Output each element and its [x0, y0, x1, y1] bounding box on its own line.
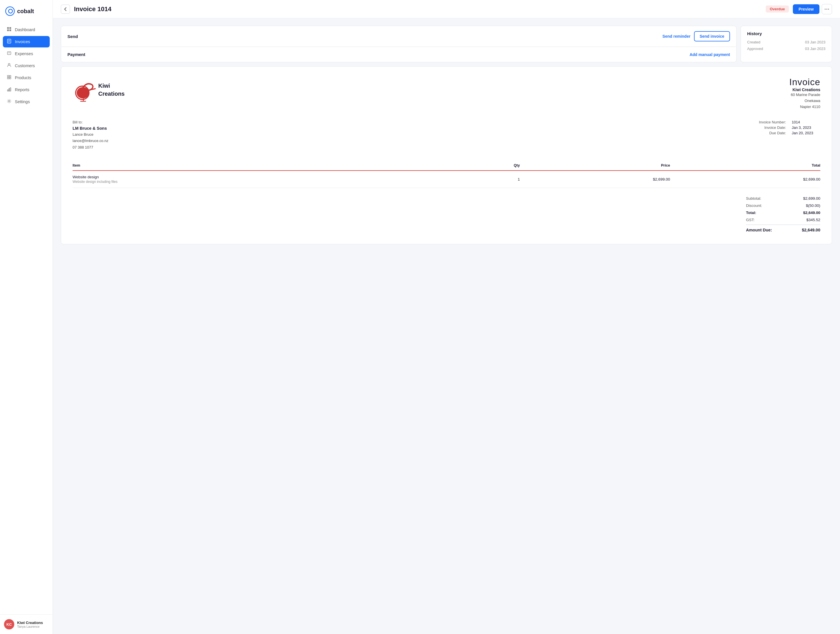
send-label: Send: [68, 34, 82, 39]
invoice-document: KiwiCreations Invoice Kiwi Creations 60 …: [61, 66, 832, 244]
send-payment-cards: Send Send reminder Send invoice Payment …: [61, 26, 737, 62]
payment-label: Payment: [68, 52, 684, 57]
sidebar-item-label: Invoices: [15, 39, 30, 44]
back-button[interactable]: [61, 5, 70, 14]
customers-icon: [6, 63, 12, 69]
svg-rect-18: [10, 88, 11, 91]
sidebar-item-invoices[interactable]: Invoices: [3, 36, 50, 47]
invoice-company-name-logo: KiwiCreations: [98, 82, 125, 98]
item-name-cell: Website design Website design including …: [73, 170, 466, 188]
svg-point-11: [8, 63, 10, 65]
sidebar-item-label: Expenses: [15, 51, 33, 56]
subtotal-row: Subtotal: $2,699.00: [746, 195, 820, 202]
invoice-title-block: Invoice Kiwi Creations 60 Marine Parade …: [789, 77, 820, 110]
invoice-supplier-address: 60 Marine Parade Onekawa Napier 4110: [789, 92, 820, 110]
invoice-due-value: Jan 20, 2023: [792, 131, 820, 135]
svg-rect-1: [7, 27, 9, 29]
invoice-date-value: Jan 3, 2023: [792, 125, 820, 130]
footer-company: Kiwi Creations: [17, 621, 43, 625]
gst-value: $345.52: [794, 218, 820, 222]
sidebar-item-label: Customers: [15, 63, 35, 68]
send-reminder-button[interactable]: Send reminder: [663, 34, 691, 39]
products-icon: [6, 75, 12, 80]
settings-icon: [6, 99, 12, 104]
svg-rect-9: [8, 52, 11, 55]
sidebar-footer: KC Kiwi Creations Tanya Laurence: [0, 614, 52, 634]
sidebar-item-label: Dashboard: [15, 27, 35, 32]
sidebar: cobalt Dashboard Invoices Expenses Cus: [0, 0, 53, 634]
svg-rect-15: [9, 77, 11, 79]
bill-to-section: Bill to: LM Bruce & Sons Lance Bruce lan…: [73, 120, 108, 150]
header-actions: Preview: [793, 4, 832, 14]
send-actions: Send reminder Send invoice: [87, 31, 730, 41]
cobalt-logo-icon: [5, 6, 15, 16]
history-event-created: Created: [747, 40, 760, 44]
svg-rect-16: [8, 90, 8, 91]
invoice-number-row: Invoice Number: 1014: [759, 120, 820, 124]
content-area: Send Send reminder Send invoice Payment …: [53, 18, 840, 634]
action-row: Send Send reminder Send invoice Payment …: [61, 26, 832, 62]
bill-to-detail: Lance Bruce lance@lmbruce.co.nz 07 388 1…: [73, 131, 108, 150]
table-row: Website design Website design including …: [73, 170, 820, 188]
reports-icon: [6, 87, 12, 93]
svg-rect-3: [7, 30, 9, 31]
svg-rect-14: [8, 77, 9, 79]
svg-point-20: [825, 9, 826, 9]
page-header: Invoice 1014 Overdue Preview: [53, 0, 840, 18]
sidebar-item-reports[interactable]: Reports: [3, 84, 50, 95]
preview-button[interactable]: Preview: [793, 4, 819, 14]
invoice-number-label: Invoice Number:: [759, 120, 786, 124]
invoice-due-label: Due Date:: [769, 131, 786, 135]
svg-point-19: [9, 101, 10, 102]
send-invoice-button[interactable]: Send invoice: [694, 31, 730, 41]
invoice-supplier-name: Kiwi Creations: [789, 87, 820, 92]
add-payment-button[interactable]: Add manual payment: [689, 52, 730, 57]
subtotal-value: $2,699.00: [794, 196, 820, 200]
sidebar-item-dashboard[interactable]: Dashboard: [3, 24, 50, 35]
history-row-approved: Approved 03 Jan 2023: [747, 47, 826, 51]
invoice-fields: Invoice Number: 1014 Invoice Date: Jan 3…: [759, 120, 820, 150]
item-total-cell: $2,699.00: [670, 170, 820, 188]
invoice-header: KiwiCreations Invoice Kiwi Creations 60 …: [73, 77, 820, 110]
svg-rect-17: [9, 88, 10, 91]
overdue-badge: Overdue: [766, 5, 789, 13]
svg-rect-13: [9, 76, 11, 77]
sidebar-item-products[interactable]: Products: [3, 72, 50, 84]
total-value: $2,649.00: [794, 211, 820, 215]
avatar: KC: [4, 619, 14, 629]
col-item: Item: [73, 161, 466, 170]
payment-card: Payment Add manual payment: [61, 47, 736, 62]
invoice-number-value: 1014: [792, 120, 820, 124]
item-qty-cell: 1: [466, 170, 520, 188]
sidebar-item-settings[interactable]: Settings: [3, 96, 50, 107]
total-row: Total: $2,649.00: [746, 209, 820, 216]
col-qty: Qty: [466, 161, 520, 170]
totals-table: Subtotal: $2,699.00 Discount: $(50.00) T…: [746, 195, 820, 234]
sidebar-item-label: Reports: [15, 87, 29, 92]
dashboard-icon: [6, 27, 12, 33]
footer-info: Kiwi Creations Tanya Laurence: [17, 621, 43, 628]
svg-rect-4: [9, 30, 11, 31]
more-options-button[interactable]: [822, 4, 832, 14]
history-row-created: Created 03 Jan 2023: [747, 40, 826, 44]
invoices-icon: [6, 39, 12, 44]
logo-text: cobalt: [17, 8, 34, 14]
sidebar-item-label: Products: [15, 76, 31, 80]
svg-rect-12: [8, 76, 9, 77]
invoice-logo-area: KiwiCreations: [73, 77, 125, 103]
invoice-due-row: Due Date: Jan 20, 2023: [759, 131, 820, 135]
gst-label: GST:: [746, 218, 755, 222]
history-card: History Created 03 Jan 2023 Approved 03 …: [741, 26, 832, 62]
total-label: Total:: [746, 211, 756, 215]
history-date-approved: 03 Jan 2023: [805, 47, 826, 51]
col-total: Total: [670, 161, 820, 170]
send-card: Send Send reminder Send invoice: [61, 26, 736, 47]
invoice-meta-row: Bill to: LM Bruce & Sons Lance Bruce lan…: [73, 120, 820, 150]
invoice-totals: Subtotal: $2,699.00 Discount: $(50.00) T…: [73, 195, 820, 234]
invoice-table: Item Qty Price Total Website design Webs…: [73, 161, 820, 188]
item-price-cell: $2,699.00: [520, 170, 670, 188]
gst-row: GST: $345.52: [746, 216, 820, 224]
amount-due-row: Amount Due: $2,649.00: [746, 225, 820, 234]
sidebar-item-customers[interactable]: Customers: [3, 60, 50, 71]
sidebar-item-expenses[interactable]: Expenses: [3, 48, 50, 60]
